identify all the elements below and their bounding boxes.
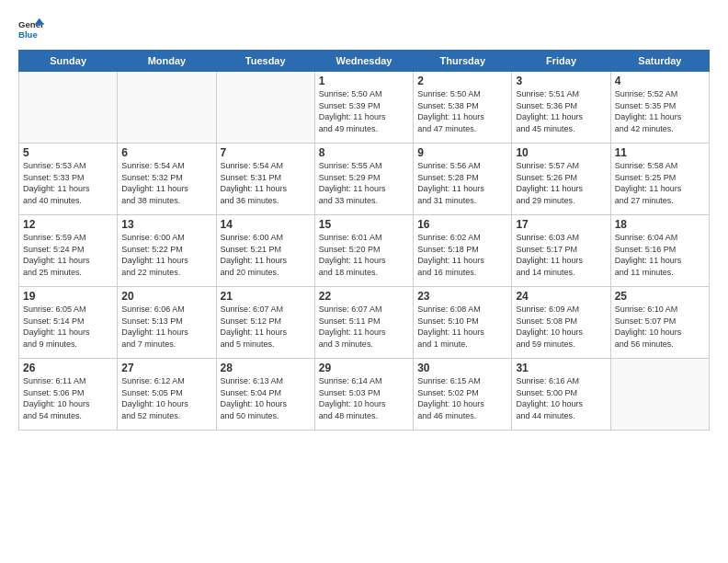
day-info: Sunrise: 6:09 AM Sunset: 5:08 PM Dayligh… <box>516 304 606 350</box>
calendar-table: Sunday Monday Tuesday Wednesday Thursday… <box>18 50 710 431</box>
week-row-3: 12Sunrise: 5:59 AM Sunset: 5:24 PM Dayli… <box>19 215 710 287</box>
day-number: 28 <box>221 362 311 374</box>
day-number: 6 <box>121 146 211 159</box>
day-cell: 3Sunrise: 5:51 AM Sunset: 5:36 PM Daylig… <box>512 72 610 144</box>
day-cell: 15Sunrise: 6:01 AM Sunset: 5:20 PM Dayli… <box>314 215 413 287</box>
day-number: 30 <box>417 362 507 374</box>
day-cell: 17Sunrise: 6:03 AM Sunset: 5:17 PM Dayli… <box>512 215 610 287</box>
col-tuesday: Tuesday <box>216 51 314 72</box>
day-info: Sunrise: 6:11 AM Sunset: 5:06 PM Dayligh… <box>23 375 113 421</box>
day-info: Sunrise: 6:02 AM Sunset: 5:18 PM Dayligh… <box>417 232 507 278</box>
day-cell: 19Sunrise: 6:05 AM Sunset: 5:14 PM Dayli… <box>19 287 118 359</box>
day-info: Sunrise: 5:55 AM Sunset: 5:29 PM Dayligh… <box>319 160 409 206</box>
day-cell: 25Sunrise: 6:10 AM Sunset: 5:07 PM Dayli… <box>610 287 709 359</box>
day-info: Sunrise: 6:16 AM Sunset: 5:00 PM Dayligh… <box>516 375 606 421</box>
week-row-4: 19Sunrise: 6:05 AM Sunset: 5:14 PM Dayli… <box>19 287 710 359</box>
day-info: Sunrise: 5:50 AM Sunset: 5:39 PM Dayligh… <box>319 88 409 134</box>
day-cell: 6Sunrise: 5:54 AM Sunset: 5:32 PM Daylig… <box>118 144 216 215</box>
day-number: 9 <box>417 146 507 159</box>
day-number: 12 <box>23 218 113 231</box>
day-number: 25 <box>615 290 705 303</box>
day-number: 13 <box>121 218 211 231</box>
day-cell: 8Sunrise: 5:55 AM Sunset: 5:29 PM Daylig… <box>314 144 413 215</box>
svg-text:Blue: Blue <box>18 29 38 40</box>
day-cell <box>19 72 118 144</box>
day-info: Sunrise: 5:52 AM Sunset: 5:35 PM Dayligh… <box>615 88 705 134</box>
col-monday: Monday <box>118 51 216 72</box>
day-info: Sunrise: 6:12 AM Sunset: 5:05 PM Dayligh… <box>121 375 211 421</box>
day-number: 10 <box>516 146 606 159</box>
calendar-body: 1Sunrise: 5:50 AM Sunset: 5:39 PM Daylig… <box>19 72 710 431</box>
day-number: 26 <box>23 362 113 374</box>
day-number: 16 <box>417 218 507 231</box>
day-cell: 11Sunrise: 5:58 AM Sunset: 5:25 PM Dayli… <box>610 144 709 215</box>
day-cell: 31Sunrise: 6:16 AM Sunset: 5:00 PM Dayli… <box>512 359 610 431</box>
logo: General Blue <box>18 17 44 42</box>
day-cell: 28Sunrise: 6:13 AM Sunset: 5:04 PM Dayli… <box>216 359 314 431</box>
day-info: Sunrise: 6:05 AM Sunset: 5:14 PM Dayligh… <box>23 304 113 350</box>
day-number: 29 <box>319 362 409 374</box>
day-cell: 16Sunrise: 6:02 AM Sunset: 5:18 PM Dayli… <box>414 215 512 287</box>
day-cell: 23Sunrise: 6:08 AM Sunset: 5:10 PM Dayli… <box>414 287 512 359</box>
day-info: Sunrise: 6:08 AM Sunset: 5:10 PM Dayligh… <box>417 304 507 350</box>
day-cell: 12Sunrise: 5:59 AM Sunset: 5:24 PM Dayli… <box>19 215 118 287</box>
day-cell: 26Sunrise: 6:11 AM Sunset: 5:06 PM Dayli… <box>19 359 118 431</box>
day-cell: 1Sunrise: 5:50 AM Sunset: 5:39 PM Daylig… <box>314 72 413 144</box>
day-info: Sunrise: 6:13 AM Sunset: 5:04 PM Dayligh… <box>221 375 311 421</box>
day-number: 20 <box>121 290 211 303</box>
day-info: Sunrise: 5:57 AM Sunset: 5:26 PM Dayligh… <box>516 160 606 206</box>
day-cell: 5Sunrise: 5:53 AM Sunset: 5:33 PM Daylig… <box>19 144 118 215</box>
day-info: Sunrise: 6:07 AM Sunset: 5:12 PM Dayligh… <box>221 304 311 350</box>
day-cell <box>610 359 709 431</box>
day-cell: 27Sunrise: 6:12 AM Sunset: 5:05 PM Dayli… <box>118 359 216 431</box>
day-info: Sunrise: 6:10 AM Sunset: 5:07 PM Dayligh… <box>615 304 705 350</box>
day-info: Sunrise: 5:54 AM Sunset: 5:31 PM Dayligh… <box>221 160 311 206</box>
col-wednesday: Wednesday <box>314 51 413 72</box>
day-number: 19 <box>23 290 113 303</box>
day-cell: 21Sunrise: 6:07 AM Sunset: 5:12 PM Dayli… <box>216 287 314 359</box>
day-cell: 18Sunrise: 6:04 AM Sunset: 5:16 PM Dayli… <box>610 215 709 287</box>
day-number: 14 <box>221 218 311 231</box>
day-info: Sunrise: 6:06 AM Sunset: 5:13 PM Dayligh… <box>121 304 211 350</box>
day-number: 18 <box>615 218 705 231</box>
day-number: 27 <box>121 362 211 374</box>
col-saturday: Saturday <box>610 51 709 72</box>
day-cell: 2Sunrise: 5:50 AM Sunset: 5:38 PM Daylig… <box>414 72 512 144</box>
day-info: Sunrise: 6:00 AM Sunset: 5:21 PM Dayligh… <box>221 232 311 278</box>
header-row: Sunday Monday Tuesday Wednesday Thursday… <box>19 51 710 72</box>
col-friday: Friday <box>512 51 610 72</box>
day-number: 11 <box>615 146 705 159</box>
day-number: 24 <box>516 290 606 303</box>
day-cell: 24Sunrise: 6:09 AM Sunset: 5:08 PM Dayli… <box>512 287 610 359</box>
col-sunday: Sunday <box>19 51 118 72</box>
day-info: Sunrise: 6:00 AM Sunset: 5:22 PM Dayligh… <box>121 232 211 278</box>
day-info: Sunrise: 5:54 AM Sunset: 5:32 PM Dayligh… <box>121 160 211 206</box>
day-info: Sunrise: 6:14 AM Sunset: 5:03 PM Dayligh… <box>319 375 409 421</box>
day-cell: 13Sunrise: 6:00 AM Sunset: 5:22 PM Dayli… <box>118 215 216 287</box>
day-cell: 29Sunrise: 6:14 AM Sunset: 5:03 PM Dayli… <box>314 359 413 431</box>
day-cell: 7Sunrise: 5:54 AM Sunset: 5:31 PM Daylig… <box>216 144 314 215</box>
day-info: Sunrise: 5:53 AM Sunset: 5:33 PM Dayligh… <box>23 160 113 206</box>
day-cell <box>118 72 216 144</box>
day-number: 22 <box>319 290 409 303</box>
day-number: 2 <box>417 75 507 87</box>
day-number: 23 <box>417 290 507 303</box>
day-cell: 4Sunrise: 5:52 AM Sunset: 5:35 PM Daylig… <box>610 72 709 144</box>
day-number: 17 <box>516 218 606 231</box>
day-number: 4 <box>615 75 705 87</box>
day-info: Sunrise: 5:58 AM Sunset: 5:25 PM Dayligh… <box>615 160 705 206</box>
day-info: Sunrise: 5:59 AM Sunset: 5:24 PM Dayligh… <box>23 232 113 278</box>
page-container: General Blue Sunday Monday Tuesday Wedne… <box>0 0 728 440</box>
logo-icon: General Blue <box>18 17 44 42</box>
day-number: 3 <box>516 75 606 87</box>
day-number: 8 <box>319 146 409 159</box>
day-info: Sunrise: 6:03 AM Sunset: 5:17 PM Dayligh… <box>516 232 606 278</box>
day-cell: 30Sunrise: 6:15 AM Sunset: 5:02 PM Dayli… <box>414 359 512 431</box>
day-number: 21 <box>221 290 311 303</box>
week-row-2: 5Sunrise: 5:53 AM Sunset: 5:33 PM Daylig… <box>19 144 710 215</box>
col-thursday: Thursday <box>414 51 512 72</box>
header: General Blue <box>18 17 710 42</box>
day-cell: 20Sunrise: 6:06 AM Sunset: 5:13 PM Dayli… <box>118 287 216 359</box>
day-info: Sunrise: 5:51 AM Sunset: 5:36 PM Dayligh… <box>516 88 606 134</box>
day-info: Sunrise: 6:01 AM Sunset: 5:20 PM Dayligh… <box>319 232 409 278</box>
